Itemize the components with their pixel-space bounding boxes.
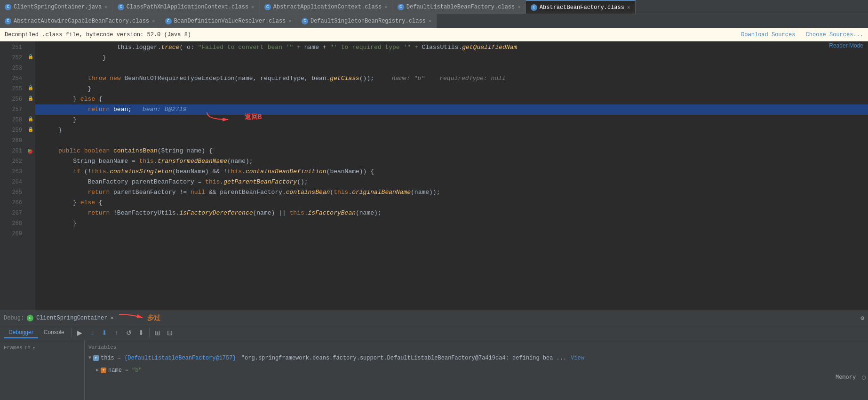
tab-icon-4: C <box>398 4 404 10</box>
code-area: Reader Mode this.logger.trace( o: "Faile… <box>35 41 868 311</box>
var-name-name: name <box>108 366 122 375</box>
info-bar-text: Decompiled .class file, bytecode version… <box>5 32 191 38</box>
console-tab[interactable]: Console <box>39 327 69 338</box>
frames-panel: Frames Th ▾ <box>0 340 85 400</box>
code-line-261: public boolean containsBean(String name)… <box>35 146 868 156</box>
tab-AbstractBeanFactory[interactable]: C AbstractBeanFactory.class ✕ <box>526 0 636 14</box>
tab-DefaultListable[interactable]: C DefaultListableBeanFactory.class ✕ <box>393 0 526 14</box>
toolbar-separator-1 <box>72 328 72 337</box>
code-line-268: } <box>35 218 868 229</box>
variables-panel: Variables ▼ f this = {DefaultListableBea… <box>85 340 832 400</box>
debug-session-icon: C <box>27 315 33 321</box>
tab-icon-3: C <box>264 4 271 10</box>
code-line-265: return parentBeanFactory != null && pare… <box>35 187 868 198</box>
var-eq-name: = <box>125 366 128 375</box>
var-icon-name: f <box>101 368 106 373</box>
code-line-267: return !BeanFactoryUtils.isFactoryDerefe… <box>35 208 868 218</box>
tab-icon-1: C <box>5 4 11 10</box>
tab-ClassPathXml[interactable]: C ClassPathXmlApplicationContext.class ✕ <box>113 0 260 14</box>
debug-toolbar: Debugger Console ▶ ↓ ⬇ ↑ ↺ ⬇ ⊞ ⊟ <box>0 325 868 340</box>
evaluate-btn[interactable]: ⬇ <box>135 327 147 338</box>
var-row-this: ▼ f this = {DefaultListableBeanFactory@1… <box>85 352 832 364</box>
code-line-256: } else { <box>35 94 868 104</box>
view-this-link[interactable]: View <box>571 353 584 363</box>
code-line-264: BeanFactory parentBeanFactory = this.get… <box>35 177 868 187</box>
code-line-259: } <box>35 125 868 136</box>
frames-header: Frames Th ▾ <box>0 343 84 352</box>
code-line-257: return bean; bean: B@2719 返回B <box>35 104 868 115</box>
code-line-263: if (!this.containsSingleton(beanName) &&… <box>35 167 868 177</box>
tab-DefaultSingleton[interactable]: C DefaultSingletonBeanRegistry.class ✕ <box>297 14 437 28</box>
var-name-this: this <box>101 353 114 363</box>
frames-btn[interactable]: ⊞ <box>152 327 163 338</box>
debug-panel: Debug: C ClientSpringContainer ✕ 步过 ⚙ <box>0 311 868 400</box>
step-label: 步过 <box>147 314 160 322</box>
editor-area: 251 252 253 254 255 256 257 258 259 260 … <box>0 41 868 311</box>
step-out-btn[interactable]: ↑ <box>111 327 122 338</box>
debug-label: Debug: <box>4 315 24 321</box>
choose-sources-link[interactable]: Choose Sources... <box>806 32 863 38</box>
threads-btn[interactable]: ⊟ <box>164 327 175 338</box>
step-annotation: 步过 <box>117 312 160 324</box>
debug-settings[interactable]: ⚙ <box>860 314 864 322</box>
code-line-251: this.logger.trace( o: "Failed to convert… <box>35 42 868 53</box>
tab-ClientSpringContainer[interactable]: C ClientSpringContainer.java ✕ <box>0 0 113 14</box>
close-tab-5[interactable]: ✕ <box>627 4 630 10</box>
code-line-260 <box>35 136 868 146</box>
var-val-this: {DefaultListableBeanFactory@1757} <box>124 353 236 363</box>
threads-label: Th <box>24 345 31 351</box>
code-line-254: throw new BeanNotOfRequiredTypeException… <box>35 73 868 84</box>
debugger-tab[interactable]: Debugger <box>4 327 38 338</box>
expand-name[interactable]: ▶ <box>96 366 99 375</box>
code-line-255: } <box>35 84 868 94</box>
expand-this[interactable]: ▼ <box>88 353 91 363</box>
tab-AbstractApplication[interactable]: C AbstractApplicationContext.class ✕ <box>260 0 393 14</box>
close-tab-7[interactable]: ✕ <box>288 18 292 24</box>
close-tab-1[interactable]: ✕ <box>104 4 108 10</box>
code-line-262: String beanName = this.transformedBeanNa… <box>35 156 868 167</box>
close-tab-2[interactable]: ✕ <box>251 4 255 10</box>
debug-session-name: ClientSpringContainer <box>36 315 107 321</box>
step-over-btn[interactable]: ↓ <box>87 327 98 338</box>
code-line-258: } <box>35 115 868 125</box>
tab-icon-5: C <box>531 4 537 11</box>
code-line-269 <box>35 229 868 239</box>
code-line-252: } <box>35 53 868 63</box>
tab-icon-8: C <box>302 18 308 24</box>
close-tab-8[interactable]: ✕ <box>429 18 432 24</box>
code-line-253 <box>35 63 868 73</box>
info-bar: Decompiled .class file, bytecode version… <box>0 28 868 41</box>
var-icon-this: f <box>93 355 99 361</box>
step-into-btn[interactable]: ⬇ <box>99 327 110 338</box>
memory-controls: ◯ <box>860 340 868 400</box>
var-eq-this: = <box>118 353 121 363</box>
code-line-266: } else { <box>35 198 868 208</box>
debug-content: Frames Th ▾ Variables ▼ f this = {Defaul… <box>0 340 868 400</box>
tab-icon-7: C <box>165 18 172 24</box>
close-tab-3[interactable]: ✕ <box>384 4 388 10</box>
memory-button[interactable]: Memory <box>832 374 860 381</box>
resume-btn[interactable]: ▶ <box>74 327 86 338</box>
line-numbers: 251 252 253 254 255 256 257 258 259 260 … <box>0 41 26 311</box>
tab-AbstractAutowire[interactable]: C AbstractAutowireCapableBeanFactory.cla… <box>0 14 160 28</box>
info-bar-links: Download Sources Choose Sources... <box>734 32 863 38</box>
tab-BeanDefinitionValue[interactable]: C BeanDefinitionValueResolver.class ✕ <box>160 14 297 28</box>
var-row-name: ▶ f name = "b" <box>85 364 832 376</box>
close-tab-4[interactable]: ✕ <box>518 4 521 10</box>
variables-header: Variables <box>85 343 832 352</box>
var-val-name: "b" <box>132 366 142 375</box>
download-sources-link[interactable]: Download Sources <box>741 32 795 38</box>
memory-circle-icon: ◯ <box>862 374 866 381</box>
tab-icon-6: C <box>5 18 11 24</box>
debug-close-session[interactable]: ✕ <box>110 314 113 321</box>
threads-dropdown[interactable]: ▾ <box>32 344 36 351</box>
tab-icon-2: C <box>118 4 124 10</box>
run-to-cursor-btn[interactable]: ↺ <box>123 327 135 338</box>
tab-bar-row2: C AbstractAutowireCapableBeanFactory.cla… <box>0 14 868 28</box>
close-tab-6[interactable]: ✕ <box>152 18 155 24</box>
frames-label: Frames <box>4 345 23 351</box>
toolbar-separator-2 <box>149 328 150 337</box>
debug-title-area: Debug: C ClientSpringContainer ✕ 步过 <box>4 312 160 324</box>
gutter: 🔒 🔒 🔒 🔒 🔒 ▶ <box>26 41 35 311</box>
var-string-this: "org.springframework.beans.factory.suppo… <box>238 353 567 363</box>
